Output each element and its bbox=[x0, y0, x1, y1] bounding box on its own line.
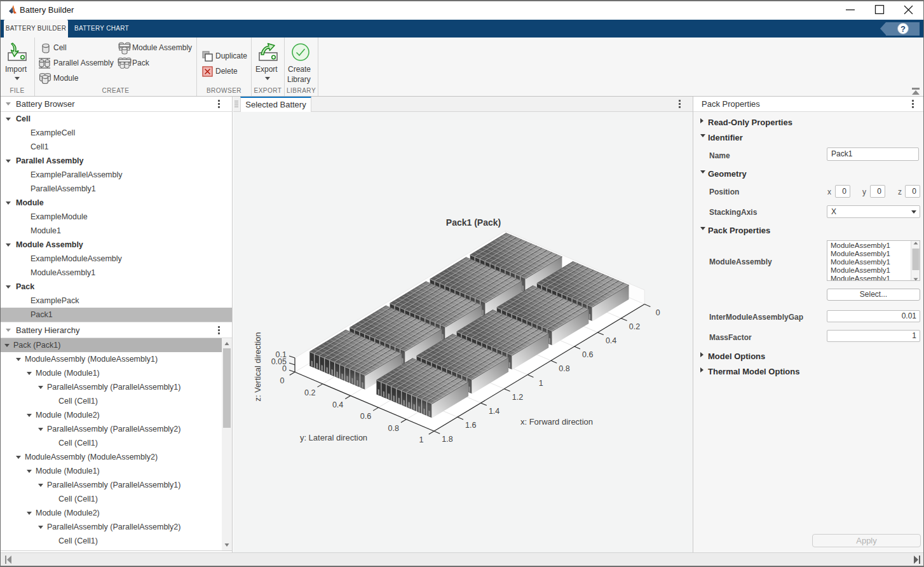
svg-text:0: 0 bbox=[280, 376, 285, 385]
svg-text:1.6: 1.6 bbox=[465, 421, 476, 430]
svg-text:0: 0 bbox=[656, 308, 660, 317]
svg-text:Pack1 (Pack): Pack1 (Pack) bbox=[446, 217, 501, 228]
svg-text:1: 1 bbox=[539, 379, 543, 388]
svg-text:1.2: 1.2 bbox=[512, 393, 523, 402]
svg-text:y: Lateral direction: y: Lateral direction bbox=[300, 433, 367, 442]
svg-text:0.6: 0.6 bbox=[582, 350, 593, 359]
svg-text:0.8: 0.8 bbox=[559, 364, 569, 373]
svg-text:1: 1 bbox=[419, 435, 424, 444]
svg-text:0.8: 0.8 bbox=[388, 424, 399, 433]
svg-text:1.8: 1.8 bbox=[442, 435, 452, 444]
svg-text:x: Forward direction: x: Forward direction bbox=[520, 417, 593, 427]
svg-text:1.4: 1.4 bbox=[489, 407, 499, 416]
svg-text:z: Vertical direction: z: Vertical direction bbox=[253, 332, 262, 401]
svg-text:0.2: 0.2 bbox=[629, 322, 640, 331]
svg-text:0.4: 0.4 bbox=[332, 400, 343, 409]
svg-text:0.6: 0.6 bbox=[360, 412, 371, 421]
svg-text:0.4: 0.4 bbox=[606, 336, 616, 345]
svg-text:0.2: 0.2 bbox=[304, 388, 315, 397]
svg-text:0.1: 0.1 bbox=[276, 350, 287, 359]
